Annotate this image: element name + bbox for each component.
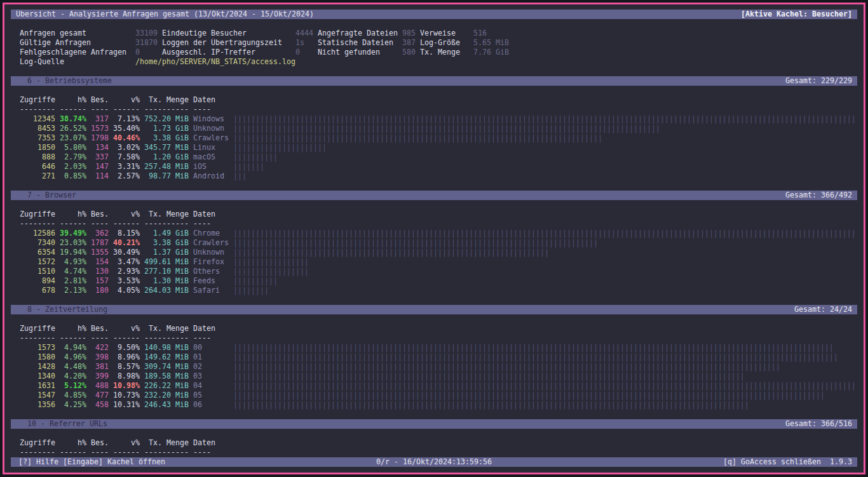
summary-value: 0 (295, 48, 318, 57)
cell-tx-amount: 140.98 MiB (144, 343, 189, 352)
table-row[interactable]: 7340 23.03% 1787 40.21% 3.38 GiB Crawler… (11, 238, 857, 248)
table-header-divider: -------- ------ ---- ------ ---------- -… (11, 219, 857, 229)
cell-visitors-percent: 40.46% (113, 133, 140, 142)
table-row[interactable]: 646 2.03% 147 3.31% 257.48 MiB iOS |||||… (11, 162, 857, 171)
cell-data-label: Firefox (193, 257, 229, 266)
spacer (11, 200, 857, 210)
cell-data-label: Chrome (193, 229, 229, 238)
cell-visitors-percent: 40.21% (113, 238, 140, 247)
cell-data-label: 04 (193, 381, 229, 390)
cell-visitors: 399 (91, 372, 109, 380)
cell-hits: 1573 (20, 343, 55, 352)
cell-visitors-percent: 10.98% (113, 381, 140, 390)
cell-hits-percent: 5.80% (60, 143, 86, 152)
cell-data-label: 06 (193, 400, 229, 409)
summary-value: 0 (135, 48, 162, 57)
table-row[interactable]: 1428 4.48% 381 8.57% 309.74 MiB 02 |||||… (11, 362, 857, 372)
log-source-path: /home/pho/SERVER/NB_STATS/access.log (135, 57, 295, 66)
cell-visitors-percent: 10.73% (113, 391, 140, 400)
summary-label: Tx. Menge (420, 48, 473, 57)
cell-data-label: 05 (193, 391, 229, 400)
summary-value: 985 (402, 29, 420, 37)
cell-data-label: Crawlers (193, 133, 229, 142)
cell-visitors-percent: 8.96% (113, 353, 140, 361)
spacer (11, 429, 857, 438)
table-row[interactable]: 1850 5.80% 134 3.02% 345.77 MiB Linux ||… (11, 143, 857, 152)
spacer (11, 86, 857, 95)
cell-visitors-percent: 7.58% (113, 152, 140, 161)
panel-total: Gesamt: 366/516 (785, 419, 857, 429)
spacer (11, 181, 857, 191)
panel-title: 7 - Browser (11, 191, 76, 200)
summary-value: 31870 (135, 38, 162, 47)
cell-tx-amount: 189.58 MiB (144, 372, 189, 380)
summary-value: 5.65 MiB (473, 38, 509, 47)
summary-value: 4444 (295, 29, 318, 37)
cell-visitors: 147 (91, 162, 109, 171)
table-row[interactable]: 678 2.13% 180 4.05% 264.03 MiB Safari ||… (11, 286, 857, 295)
terminal-screen: Übersicht - Analysierte Anfragen gesamt … (4, 4, 864, 467)
table-row[interactable]: 1631 5.12% 488 10.98% 226.22 MiB 04 ||||… (11, 381, 857, 391)
cell-hits: 1547 (20, 391, 55, 400)
cell-visitors: 381 (91, 362, 109, 371)
cell-visitors-percent: 3.53% (113, 276, 140, 285)
summary-label: Eindeutige Besucher (162, 29, 295, 37)
cell-data-label: Windows (193, 114, 229, 123)
row-bar: ||||||||||||||||||||||||||||||||||||||||… (233, 133, 602, 142)
panel-header-6[interactable]: 6 - BetriebssystemeGesamt: 229/229 (11, 76, 857, 86)
cell-tx-amount: 1.30 MiB (144, 276, 189, 285)
cell-visitors-percent: 8.15% (113, 229, 140, 238)
panel-header-10[interactable]: 10 - Referrer URLsGesamt: 366/516 (11, 419, 857, 429)
cell-visitors: 1355 (91, 248, 109, 257)
cell-hits-percent: 39.49% (60, 229, 86, 238)
table-row[interactable]: 1510 4.74% 130 2.93% 277.10 MiB Others |… (11, 267, 857, 276)
cell-hits-percent: 38.74% (60, 114, 86, 123)
summary-value: 516 (473, 29, 487, 37)
row-bar: ||||||||||||||||||||||||||||||||||||||||… (233, 238, 598, 247)
panel-header-7[interactable]: 7 - BrowserGesamt: 366/492 (11, 191, 857, 200)
spacer (11, 410, 857, 419)
table-row[interactable]: 1356 4.25% 458 10.31% 246.43 MiB 06 ||||… (11, 400, 857, 410)
panel-header-8[interactable]: 8 - ZeitverteilungGesamt: 24/24 (11, 305, 857, 314)
panels-container: 6 - BetriebssystemeGesamt: 229/229 Zugri… (11, 76, 857, 457)
cell-hits-percent: 2.79% (60, 152, 86, 161)
cell-data-label: 01 (193, 353, 229, 361)
table-row[interactable]: 1573 4.94% 422 9.50% 140.98 MiB 00 |||||… (11, 343, 857, 353)
table-row[interactable]: 7353 23.07% 1798 40.46% 3.38 GiB Crawler… (11, 133, 857, 143)
table-row[interactable]: 1340 4.20% 399 8.98% 189.58 MiB 03 |||||… (11, 372, 857, 381)
cell-hits: 894 (20, 276, 55, 285)
cell-visitors: 130 (91, 267, 109, 276)
cell-hits: 678 (20, 286, 55, 295)
goaccess-terminal[interactable]: Übersicht - Analysierte Anfragen gesamt … (3, 3, 865, 474)
cell-tx-amount: 309.74 MiB (144, 362, 189, 371)
cell-data-label: Unknown (193, 124, 229, 133)
table-row[interactable]: 8453 26.52% 1573 35.40% 1.73 GiB Unknown… (11, 124, 857, 133)
cell-tx-amount: 1.20 GiB (144, 152, 189, 161)
cell-hits-percent: 4.85% (60, 391, 86, 400)
cell-hits-percent: 23.07% (60, 133, 86, 142)
summary-label: Angefragte Dateien (318, 29, 402, 37)
cell-visitors: 477 (91, 391, 109, 400)
cell-hits-percent: 4.93% (60, 257, 86, 266)
cell-hits-percent: 2.13% (60, 286, 86, 295)
table-row[interactable]: 6354 19.94% 1355 30.49% 1.37 GiB Unknown… (11, 248, 857, 257)
cell-hits: 646 (20, 162, 55, 171)
row-bar: |||||||||| (233, 152, 278, 161)
cell-data-label: iOS (193, 162, 229, 171)
summary-label: Log-Größe (420, 38, 473, 47)
cell-visitors-percent: 3.47% (113, 257, 140, 266)
column-header-line: Zugriffe h% Bes. v% Tx. Menge Daten (11, 438, 215, 447)
table-row[interactable]: 12586 39.49% 362 8.15% 1.49 GiB Chrome |… (11, 229, 857, 238)
table-row[interactable]: 12345 38.74% 317 7.13% 752.20 MiB Window… (11, 114, 857, 124)
panel-title: 6 - Betriebssysteme (11, 76, 112, 86)
table-row[interactable]: 1572 4.93% 154 3.47% 499.61 MiB Firefox … (11, 257, 857, 267)
cell-hits: 1580 (20, 353, 55, 361)
table-row[interactable]: 1547 4.85% 477 10.73% 232.20 MiB 05 ||||… (11, 391, 857, 400)
cell-hits: 1428 (20, 362, 55, 371)
table-row[interactable]: 888 2.79% 337 7.58% 1.20 GiB macOS |||||… (11, 152, 857, 162)
table-row[interactable]: 894 2.81% 157 3.53% 1.30 MiB Feeds |||||… (11, 276, 857, 286)
row-bar: ||||||||||||||||||||||||||||||||||||||||… (233, 372, 745, 380)
table-row[interactable]: 271 0.85% 114 2.57% 98.77 MiB Android ||… (11, 171, 857, 181)
cell-tx-amount: 277.10 MiB (144, 267, 189, 276)
table-row[interactable]: 1580 4.96% 398 8.96% 149.62 MiB 01 |||||… (11, 353, 857, 362)
